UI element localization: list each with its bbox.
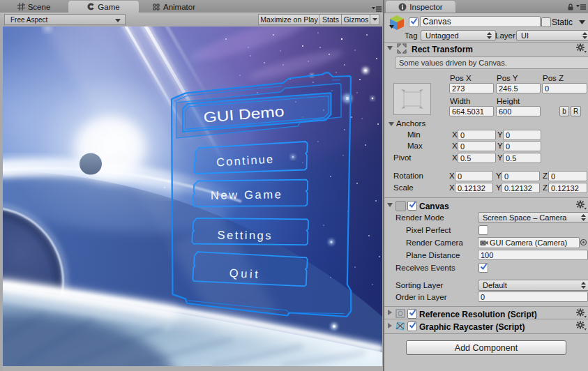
svg-text:New Game: New Game xyxy=(211,188,281,201)
